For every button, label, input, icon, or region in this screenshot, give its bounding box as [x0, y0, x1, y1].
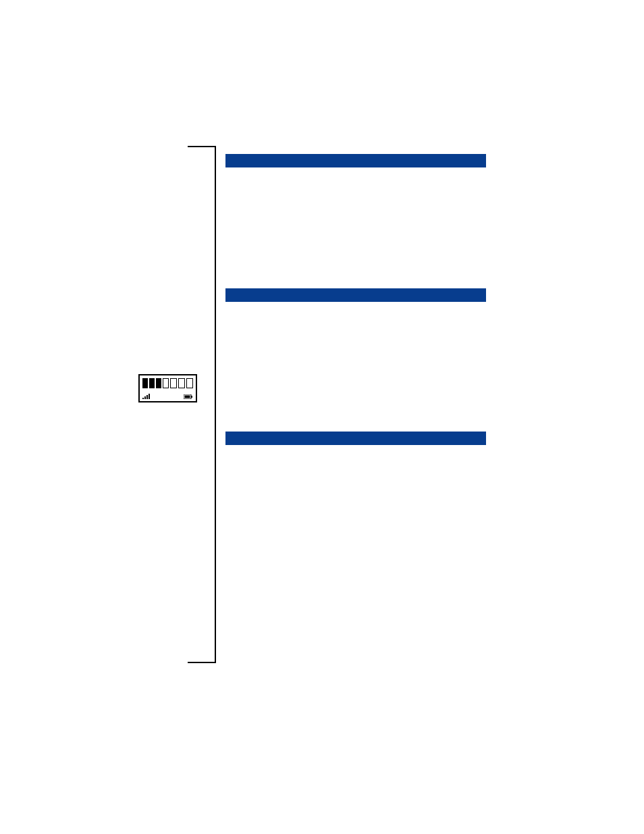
- signal-icon: [142, 393, 152, 399]
- section-bar-2: [225, 288, 486, 302]
- volume-segment: [156, 378, 161, 388]
- volume-segment: [178, 378, 185, 388]
- volume-segment: [163, 378, 169, 388]
- svg-rect-1: [185, 396, 190, 398]
- lcd-display: [138, 374, 197, 402]
- volume-meter: [142, 378, 193, 388]
- section-bar-1: [225, 154, 486, 167]
- volume-segment: [170, 378, 177, 388]
- svg-rect-2: [191, 396, 192, 398]
- volume-segment: [142, 378, 148, 388]
- battery-icon: [184, 394, 193, 399]
- volume-segment: [186, 378, 193, 388]
- layout-bracket: [188, 146, 216, 663]
- volume-segment: [149, 378, 155, 388]
- section-bar-3: [225, 432, 486, 445]
